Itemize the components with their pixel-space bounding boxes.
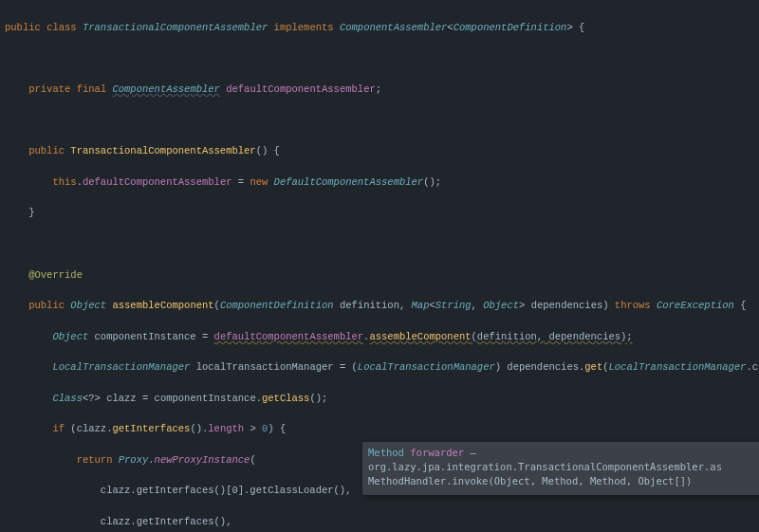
tooltip-line: Method forwarder – org.lazy.jpa.integrat… (368, 446, 759, 474)
code-line: private final ComponentAssembler default… (5, 82, 759, 97)
code-line: Class<?> clazz = componentInstance.getCl… (5, 391, 759, 406)
code-line: @Override (5, 267, 759, 283)
tooltip-line: MethodHandler.invoke(Object, Method, Met… (368, 474, 759, 488)
quick-doc-tooltip: Method forwarder – org.lazy.jpa.integrat… (362, 442, 759, 495)
code-line: public class TransactionalComponentAssem… (5, 20, 759, 35)
code-line: LocalTransactionManager localTransaction… (5, 359, 759, 375)
code-line: Object componentInstance = defaultCompon… (5, 329, 759, 344)
code-line: public Object assembleComponent(Componen… (5, 298, 759, 313)
code-line: clazz.getInterfaces(), (5, 514, 759, 529)
code-line (5, 236, 759, 251)
code-line: public TransactionalComponentAssembler()… (5, 143, 759, 158)
code-line (5, 113, 759, 128)
code-line: } (5, 205, 759, 220)
code-line: this.defaultComponentAssembler = new Def… (5, 174, 759, 190)
code-line: if (clazz.getInterfaces().length > 0) { (5, 421, 759, 436)
code-line (5, 51, 759, 66)
